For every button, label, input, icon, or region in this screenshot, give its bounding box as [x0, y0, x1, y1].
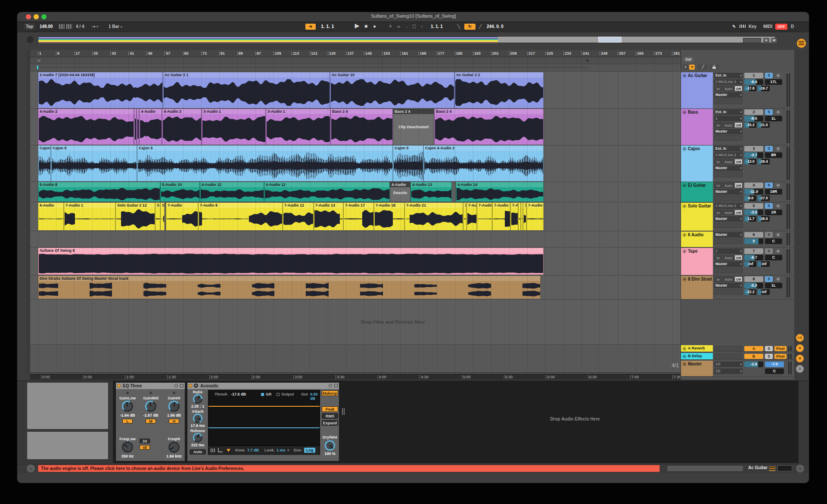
- tempo-value[interactable]: 149.00: [40, 23, 53, 30]
- computer-midi-keyboard-icon[interactable]: [739, 24, 746, 28]
- routing-select[interactable]: Master▾: [714, 261, 743, 267]
- routing-select[interactable]: Master▾: [714, 232, 743, 238]
- audio-clip[interactable]: 4-Audio: [139, 109, 162, 145]
- unfold-track-icon[interactable]: ▾: [682, 362, 687, 366]
- monitor-in-button[interactable]: In: [714, 276, 722, 282]
- audio-clip[interactable]: 4-AudioDeactiv: [390, 182, 410, 201]
- gainhi-value[interactable]: 1.56 dB: [162, 413, 186, 417]
- stop-button[interactable]: ■: [364, 23, 367, 30]
- threshold-line[interactable]: [208, 406, 320, 407]
- monitor-off-button[interactable]: Off: [734, 276, 743, 282]
- routing-select[interactable]: 2 Mic/Line 2▾: [714, 79, 743, 85]
- track-name[interactable]: 8 Dire Strait: [688, 277, 712, 281]
- lookahead-value[interactable]: 1 ms: [277, 448, 286, 452]
- expand-button[interactable]: Expand: [322, 420, 338, 426]
- routing-select[interactable]: Ext. In▾: [714, 73, 743, 78]
- unfold-track-icon[interactable]: ▾: [682, 249, 687, 254]
- gainlow-value[interactable]: -1.94 dB: [116, 413, 139, 417]
- solo-button[interactable]: S: [765, 73, 773, 78]
- groove-amount-icon[interactable]: ○● ▾: [91, 23, 98, 30]
- track-name-cell[interactable]: ▾8 Dire Strait: [681, 276, 713, 299]
- audio-clip[interactable]: 7-Audio 13: [314, 203, 343, 230]
- audio-engine-message[interactable]: The audio engine is off. Please click he…: [38, 465, 660, 472]
- audio-clip[interactable]: Ac Guitar 10: [330, 72, 454, 108]
- audio-clip[interactable]: Solo Guitar 2 12: [115, 203, 155, 230]
- track-lane[interactable]: 4-Audio 2444-Audio4-Audio 23-Audio 13-Au…: [30, 109, 681, 145]
- edge-toggle-r[interactable]: R: [796, 344, 804, 352]
- arm-button[interactable]: [774, 276, 782, 282]
- solo-button[interactable]: S: [765, 354, 773, 359]
- cpu-meter-off-badge[interactable]: OFF: [775, 24, 787, 30]
- audio-clip[interactable]: 7-Audio: [477, 203, 492, 230]
- volume-value[interactable]: -9.0: [744, 116, 763, 121]
- post-button[interactable]: Post: [774, 354, 787, 359]
- monitor-in-button[interactable]: In: [714, 182, 722, 188]
- routing-select[interactable]: Master▾: [714, 165, 743, 171]
- hot-swap-icon[interactable]: [329, 384, 332, 387]
- scroll-box[interactable]: [743, 38, 761, 43]
- env-log-button[interactable]: Log: [304, 448, 315, 453]
- rename-field[interactable]: [714, 135, 743, 141]
- track-header[interactable]: ▾CajonExt. In▾2 Mic/Line 2▾InAutoOffMast…: [681, 145, 795, 182]
- solo-button[interactable]: S: [765, 346, 773, 351]
- rename-field[interactable]: [714, 195, 743, 201]
- freqlow-knob[interactable]: [122, 442, 133, 453]
- track-lane[interactable]: 5-Audio 85-Audio 104-Audio 124-Audio 124…: [30, 182, 681, 202]
- volume-value[interactable]: 0: [744, 238, 763, 244]
- track-lane[interactable]: [30, 232, 681, 247]
- gainmid-knob[interactable]: [145, 401, 156, 412]
- volume-value[interactable]: -6.4: [744, 79, 763, 85]
- audio-clip[interactable]: 7-Audio 18: [374, 203, 404, 230]
- midi-map-button[interactable]: MIDI: [763, 23, 772, 30]
- re-enable-automation-button[interactable]: ←: [405, 23, 410, 30]
- gr-swatch-icon[interactable]: [261, 393, 264, 396]
- arm-button[interactable]: [774, 203, 782, 209]
- monitor-in-button[interactable]: In: [714, 159, 722, 164]
- slope-24-button[interactable]: 24: [140, 439, 150, 443]
- arm-button[interactable]: [774, 73, 782, 78]
- routing-select[interactable]: 2 Mic/Line 2▾: [714, 203, 743, 209]
- track-name-cell[interactable]: ▾El Guitar: [681, 182, 713, 202]
- quantization-menu[interactable]: 1 Bar ▾: [109, 23, 122, 30]
- out-value[interactable]: 0.00 dB: [310, 392, 320, 401]
- track-name-cell[interactable]: ▸B Delay: [681, 353, 713, 359]
- track-name-cell[interactable]: ▸A Reverb: [681, 345, 713, 352]
- thresh-value[interactable]: -17.5 dB: [231, 392, 246, 396]
- track-name-cell[interactable]: ▾Ac Guitar: [681, 72, 713, 108]
- solo-button[interactable]: S: [765, 146, 773, 152]
- unfold-track-icon[interactable]: ▾: [682, 74, 687, 78]
- beat-time-ruler[interactable]: 1917253341495765738189971051131211291371…: [30, 50, 681, 57]
- track-name-cell[interactable]: ▾Tape: [681, 248, 713, 275]
- routing-select[interactable]: Master▾: [714, 189, 743, 195]
- next-locator-icon[interactable]: ➔: [689, 65, 695, 70]
- solo-button[interactable]: S: [765, 182, 773, 188]
- track-header[interactable]: ▾Tape1▾InAutoOffMaster▾7S-9.7C-inf-inf: [681, 248, 795, 275]
- cue-volume-value[interactable]: -7.0: [765, 362, 784, 367]
- audio-clip[interactable]: 7-Audio 32: [492, 203, 510, 230]
- prev-locator-icon[interactable]: +: [683, 65, 688, 70]
- track-name[interactable]: Cajon: [688, 146, 700, 151]
- pan-value[interactable]: 1L: [765, 283, 782, 288]
- volume-value[interactable]: -5.3: [744, 283, 763, 288]
- rename-field[interactable]: [714, 99, 743, 104]
- unfold-track-icon[interactable]: ▾: [682, 147, 687, 151]
- peak-button[interactable]: Peak: [322, 406, 338, 412]
- track-name-cell[interactable]: ▾Cajon: [681, 145, 713, 182]
- track-name-cell[interactable]: ▾6 Audio: [681, 232, 713, 247]
- arm-button[interactable]: [774, 146, 782, 152]
- arrangement-start-marker[interactable]: ▷: [38, 59, 40, 62]
- audio-clip[interactable]: Bass 2 4: [330, 109, 393, 145]
- audio-clip[interactable]: Ac Guitar 2 1: [163, 72, 330, 108]
- edge-toggle-d[interactable]: D: [796, 365, 804, 373]
- track-header[interactable]: ▾6 AudioMaster▾6S0C: [681, 232, 795, 247]
- scrub-area[interactable]: ▷ ◀: [30, 57, 681, 64]
- track-name-cell[interactable]: ▾Solo Guitar: [681, 203, 713, 231]
- auto-release-button[interactable]: Auto: [190, 449, 206, 455]
- routing-select[interactable]: Master▾: [714, 216, 743, 222]
- audio-clip[interactable]: Cajon 5: [51, 145, 137, 181]
- device-on-icon[interactable]: [189, 384, 192, 387]
- audio-clip[interactable]: 7-Au: [466, 203, 477, 230]
- solo-button[interactable]: S: [765, 248, 773, 254]
- audio-clip[interactable]: 5-Audio 10: [160, 182, 200, 201]
- pan-value[interactable]: 1R: [765, 210, 782, 215]
